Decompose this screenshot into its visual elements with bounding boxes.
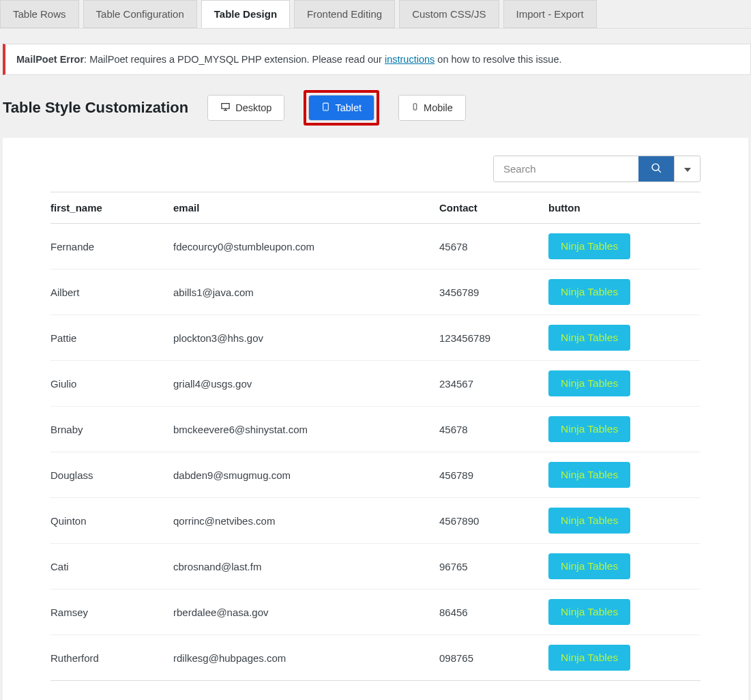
tab-bar: Table Rows Table Configuration Table Des… — [0, 0, 751, 29]
device-tablet-label: Tablet — [335, 102, 362, 113]
table-header-row: first_name email Contact button — [50, 192, 701, 224]
cell-first-name: Pattie — [50, 315, 173, 361]
cell-first-name: Ramsey — [50, 589, 173, 635]
cell-email: qorrinc@netvibes.com — [173, 498, 439, 544]
cell-button: Ninja Tables — [548, 407, 701, 452]
device-desktop-button[interactable]: Desktop — [208, 96, 284, 120]
cell-button: Ninja Tables — [548, 224, 701, 269]
search-button[interactable] — [638, 156, 674, 181]
device-mobile-group: Mobile — [398, 95, 466, 121]
error-prefix: MailPoet Error — [16, 54, 84, 65]
svg-point-3 — [415, 108, 415, 109]
cell-contact: 098765 — [439, 635, 548, 681]
cell-email: fdecourcy0@stumbleupon.com — [173, 224, 439, 269]
table-row: Brnabybmckeevere6@shinystat.com45678Ninj… — [50, 407, 701, 452]
cell-button: Ninja Tables — [548, 589, 701, 635]
col-header-email[interactable]: email — [173, 192, 439, 224]
cell-email: cbrosnand@last.fm — [173, 544, 439, 589]
cell-button: Ninja Tables — [548, 269, 701, 315]
cell-email: abills1@java.com — [173, 269, 439, 315]
device-mobile-label: Mobile — [424, 102, 453, 113]
cell-button: Ninja Tables — [548, 315, 701, 361]
search-icon — [651, 162, 662, 176]
cell-first-name: Brnaby — [50, 407, 173, 452]
ninja-tables-button[interactable]: Ninja Tables — [548, 325, 630, 351]
cell-first-name: Fernande — [50, 224, 173, 269]
tab-import-export[interactable]: Import - Export — [503, 0, 597, 28]
tablet-icon — [321, 102, 330, 114]
data-table: first_name email Contact button Fernande… — [50, 192, 701, 681]
table-row: Quintonqorrinc@netvibes.com4567890Ninja … — [50, 498, 701, 544]
cell-email: dabden9@smugmug.com — [173, 452, 439, 498]
table-preview-panel: first_name email Contact button Fernande… — [3, 138, 748, 700]
cell-contact: 45678 — [439, 407, 548, 452]
table-row: Fernandefdecourcy0@stumbleupon.com45678N… — [50, 224, 701, 269]
svg-point-1 — [325, 109, 326, 110]
cell-contact: 96765 — [439, 544, 548, 589]
desktop-icon — [220, 102, 231, 114]
cell-contact: 45678 — [439, 224, 548, 269]
error-text-before: : MailPoet requires a PDO_MYSQL PHP exte… — [84, 54, 385, 65]
search-wrap — [493, 156, 701, 182]
search-dropdown-button[interactable] — [674, 156, 700, 181]
ninja-tables-button[interactable]: Ninja Tables — [548, 553, 630, 579]
device-mobile-button[interactable]: Mobile — [399, 96, 465, 120]
table-row: Ramseyrberdalee@nasa.gov86456Ninja Table… — [50, 589, 701, 635]
cell-email: rberdalee@nasa.gov — [173, 589, 439, 635]
cell-contact: 3456789 — [439, 269, 548, 315]
table-row: Giuliogriall4@usgs.gov234567Ninja Tables — [50, 361, 701, 407]
col-header-button[interactable]: button — [548, 192, 701, 224]
search-row — [50, 156, 701, 182]
ninja-tables-button[interactable]: Ninja Tables — [548, 233, 630, 259]
cell-first-name: Cati — [50, 544, 173, 589]
tab-table-design[interactable]: Table Design — [201, 0, 290, 28]
ninja-tables-button[interactable]: Ninja Tables — [548, 279, 630, 305]
error-instructions-link[interactable]: instructions — [385, 54, 435, 65]
cell-contact: 4567890 — [439, 498, 548, 544]
cell-email: griall4@usgs.gov — [173, 361, 439, 407]
cell-button: Ninja Tables — [548, 544, 701, 589]
ninja-tables-button[interactable]: Ninja Tables — [548, 370, 630, 396]
table-row: Ailbertabills1@java.com3456789Ninja Tabl… — [50, 269, 701, 315]
device-switcher: Desktop — [207, 95, 284, 121]
cell-button: Ninja Tables — [548, 635, 701, 681]
tablet-highlight: Tablet — [304, 90, 379, 126]
cell-contact: 234567 — [439, 361, 548, 407]
cell-first-name: Douglass — [50, 452, 173, 498]
cell-first-name: Giulio — [50, 361, 173, 407]
ninja-tables-button[interactable]: Ninja Tables — [548, 416, 630, 442]
caret-down-icon — [684, 164, 691, 174]
cell-button: Ninja Tables — [548, 498, 701, 544]
search-input[interactable] — [494, 156, 638, 181]
cell-first-name: Rutherford — [50, 635, 173, 681]
col-header-contact[interactable]: Contact — [439, 192, 548, 224]
table-row: Caticbrosnand@last.fm96765Ninja Tables — [50, 544, 701, 589]
col-header-first-name[interactable]: first_name — [50, 192, 173, 224]
ninja-tables-button[interactable]: Ninja Tables — [548, 462, 630, 488]
cell-email: rdilkesg@hubpages.com — [173, 635, 439, 681]
cell-button: Ninja Tables — [548, 452, 701, 498]
error-text-after: on how to resolve this issue. — [435, 54, 561, 65]
cell-contact: 123456789 — [439, 315, 548, 361]
device-tablet-button[interactable]: Tablet — [309, 96, 374, 120]
tab-table-rows[interactable]: Table Rows — [0, 0, 79, 28]
cell-first-name: Ailbert — [50, 269, 173, 315]
cell-button: Ninja Tables — [548, 361, 701, 407]
cell-email: bmckeevere6@shinystat.com — [173, 407, 439, 452]
ninja-tables-button[interactable]: Ninja Tables — [548, 599, 630, 625]
error-alert: MailPoet Error: MailPoet requires a PDO_… — [3, 44, 751, 75]
ninja-tables-button[interactable]: Ninja Tables — [548, 645, 630, 671]
title-row: Table Style Customization Desktop Tablet… — [0, 75, 751, 138]
cell-email: plockton3@hhs.gov — [173, 315, 439, 361]
page-title: Table Style Customization — [3, 99, 188, 117]
tab-table-configuration[interactable]: Table Configuration — [83, 0, 197, 28]
device-desktop-label: Desktop — [235, 102, 271, 113]
cell-contact: 86456 — [439, 589, 548, 635]
ninja-tables-button[interactable]: Ninja Tables — [548, 508, 630, 534]
table-row: Douglassdabden9@smugmug.com456789Ninja T… — [50, 452, 701, 498]
tab-custom-css-js[interactable]: Custom CSS/JS — [399, 0, 499, 28]
mobile-icon — [411, 102, 419, 114]
tab-frontend-editing[interactable]: Frontend Editing — [294, 0, 395, 28]
table-row: Rutherfordrdilkesg@hubpages.com098765Nin… — [50, 635, 701, 681]
cell-contact: 456789 — [439, 452, 548, 498]
